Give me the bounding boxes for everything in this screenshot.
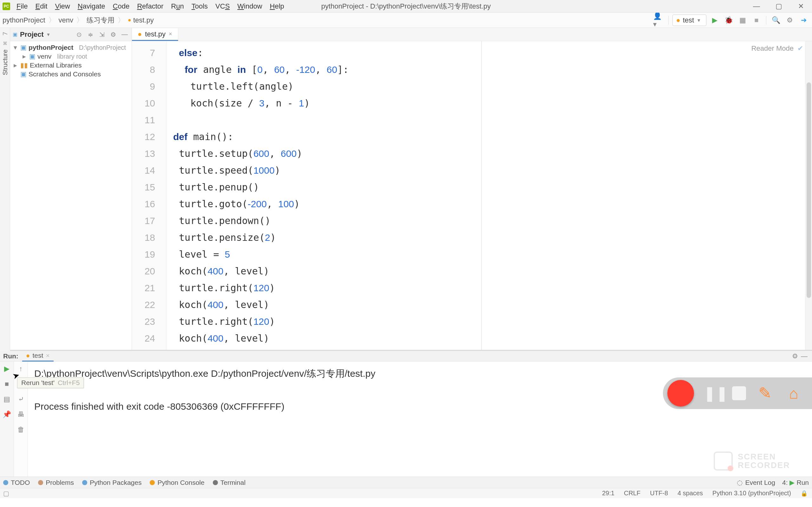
run-config-selector[interactable]: ● test ▼	[672, 14, 706, 26]
pause-recording-icon[interactable]	[704, 385, 722, 402]
reader-mode-toggle[interactable]: Reader Mode ✔	[751, 44, 803, 53]
select-opened-icon[interactable]: ⊙	[74, 31, 84, 38]
python-console-tab[interactable]: Python Console	[150, 479, 204, 487]
python-icon: ●	[26, 352, 30, 359]
add-user-icon[interactable]: 👤▾	[653, 14, 664, 26]
close-icon[interactable]: ×	[46, 352, 49, 359]
settings-icon[interactable]: ⚙	[784, 14, 796, 26]
collapse-all-icon[interactable]: ⇲	[97, 31, 106, 38]
stop-button[interactable]: ■	[751, 14, 762, 26]
gear-icon[interactable]: ⚙	[109, 31, 118, 38]
stop-button[interactable]: ■	[5, 380, 9, 388]
code-editor[interactable]: else: for angle in [0, 60, -120, 60]: tu…	[167, 41, 481, 350]
interpreter[interactable]: Python 3.10 (pythonProject)	[712, 490, 791, 497]
record-indicator-icon[interactable]	[667, 380, 694, 406]
run-tab-test[interactable]: ● test ×	[22, 350, 54, 361]
python-icon: ●	[676, 16, 680, 24]
screen-recorder-watermark: SCREEN RECORDER	[714, 447, 809, 475]
menu-vcs[interactable]: VCS	[212, 2, 234, 10]
folder-icon: ▣	[13, 32, 17, 38]
readonly-lock-icon[interactable]: 🔒	[801, 490, 808, 497]
editor-scrollbar[interactable]	[805, 41, 812, 350]
stop-recording-icon[interactable]	[732, 386, 746, 400]
gear-icon[interactable]: ⚙	[792, 352, 798, 360]
menu-tools[interactable]: Tools	[188, 2, 212, 10]
update-icon[interactable]: ➔	[798, 14, 809, 26]
breadcrumb: pythonProject〉 venv〉 练习专用〉 ● test.py	[3, 15, 154, 25]
hide-icon[interactable]: —	[120, 31, 129, 38]
run-tab[interactable]: 4:▶Run	[782, 479, 809, 487]
check-icon: ✔	[798, 44, 803, 53]
breadcrumb-part[interactable]: venv	[59, 16, 73, 24]
line-gutter[interactable]: 7 8 9 10 11 12 13 14 15 16 17 18 19 20 2…	[132, 41, 167, 350]
editor-tabs: ● test.py ×	[132, 28, 812, 41]
file-encoding[interactable]: UTF-8	[650, 490, 668, 497]
window-maximize-icon[interactable]: ▢	[768, 0, 790, 13]
breadcrumb-file[interactable]: test.py	[133, 16, 154, 24]
menu-edit[interactable]: Edit	[32, 2, 51, 10]
hide-icon[interactable]: —	[801, 352, 808, 360]
recorder-logo-icon	[714, 452, 733, 470]
structure-tab[interactable]: Structure ⌘ 7	[1, 32, 9, 75]
run-button[interactable]: ▶	[709, 14, 720, 26]
indent-setting[interactable]: 4 spaces	[677, 490, 703, 497]
expand-all-icon[interactable]: ≑	[86, 31, 95, 38]
problems-tab[interactable]: Problems	[38, 479, 74, 487]
main-area: Structure ⌘ 7 ▣ Project ▼ ⊙ ≑ ⇲ ⚙ — ▾▣ p…	[0, 28, 812, 350]
annotate-icon[interactable]: ✎	[756, 384, 774, 402]
menu-window[interactable]: Window	[234, 2, 266, 10]
project-header: ▣ Project ▼ ⊙ ≑ ⇲ ⚙ —	[10, 28, 132, 41]
debug-button[interactable]: 🐞	[723, 14, 734, 26]
tree-venv[interactable]: ▸▣ venv library root	[12, 52, 130, 61]
chevron-down-icon: ▼	[697, 18, 701, 23]
menu-view[interactable]: View	[51, 2, 73, 10]
left-tool-gutter: Structure ⌘ 7	[0, 28, 10, 350]
rerun-button[interactable]: ▶	[4, 365, 9, 373]
menu-file[interactable]: FFileile	[13, 2, 32, 10]
close-icon[interactable]: ×	[169, 31, 172, 38]
menu-navigate[interactable]: Navigate	[74, 2, 109, 10]
chevron-down-icon[interactable]: ▼	[46, 32, 51, 37]
window-close-icon[interactable]: ✕	[790, 0, 812, 13]
menu-code[interactable]: Code	[109, 2, 134, 10]
tree-root[interactable]: ▾▣ pythonProject D:\pythonProject	[12, 43, 130, 52]
project-title[interactable]: Project	[20, 31, 44, 39]
terminal-tab[interactable]: Terminal	[213, 479, 246, 487]
coverage-button[interactable]: ▦	[737, 14, 748, 26]
tree-external-libs[interactable]: ▸▮▮ External Libraries	[12, 61, 130, 70]
bottom-toolbar: TODO Problems Python Packages Python Con…	[0, 476, 812, 488]
python-file-icon: ●	[138, 30, 142, 38]
print-button[interactable]: 🖶	[17, 410, 24, 418]
layout-button[interactable]: ▤	[3, 395, 10, 403]
screen-recorder-overlay: ✎ ⌂	[663, 377, 812, 409]
menu-help[interactable]: Help	[266, 2, 288, 10]
rerun-tooltip: Rerun 'test' Ctrl+F5	[17, 377, 84, 388]
library-icon: ▮▮	[20, 61, 28, 69]
todo-tab[interactable]: TODO	[3, 479, 30, 487]
run-tool-window: Run: ● test × ⚙ — ▶ ■ ▤ 📌 ↑ ↓ ⤶ 🖶 🗑 D:\p…	[0, 350, 812, 476]
project-tree[interactable]: ▾▣ pythonProject D:\pythonProject ▸▣ ven…	[10, 41, 132, 80]
main-menu: FFileile Edit View Navigate Code Refacto…	[13, 2, 288, 10]
up-button[interactable]: ↑	[19, 365, 22, 373]
project-tool-window: ▣ Project ▼ ⊙ ≑ ⇲ ⚙ — ▾▣ pythonProject D…	[10, 28, 132, 350]
breadcrumb-part[interactable]: 练习专用	[87, 15, 114, 25]
pin-button[interactable]: 📌	[3, 410, 11, 418]
breadcrumb-part[interactable]: pythonProject	[3, 16, 45, 24]
python-packages-tab[interactable]: Python Packages	[82, 479, 142, 487]
event-log-tab[interactable]: ◌Event Log	[737, 479, 775, 487]
editor-tab-test[interactable]: ● test.py ×	[132, 28, 178, 41]
window-minimize-icon[interactable]: —	[745, 0, 768, 13]
caret-position[interactable]: 29:1	[602, 490, 614, 497]
home-icon[interactable]: ⌂	[784, 385, 803, 402]
menu-refactor[interactable]: Refactor	[133, 2, 167, 10]
menu-run[interactable]: Run	[167, 2, 188, 10]
scroll-thumb[interactable]	[807, 82, 811, 298]
clear-button[interactable]: 🗑	[17, 426, 24, 434]
tool-windows-icon[interactable]: ▢	[3, 490, 9, 497]
soft-wrap-button[interactable]: ⤶	[18, 395, 24, 403]
search-icon[interactable]: 🔍	[770, 14, 781, 26]
navigation-bar: pythonProject〉 venv〉 练习专用〉 ● test.py 👤▾ …	[0, 13, 812, 28]
line-separator[interactable]: CRLF	[624, 490, 641, 497]
tree-scratches[interactable]: ▣ Scratches and Consoles	[12, 70, 130, 78]
title-bar: PC FFileile Edit View Navigate Code Refa…	[0, 0, 812, 13]
